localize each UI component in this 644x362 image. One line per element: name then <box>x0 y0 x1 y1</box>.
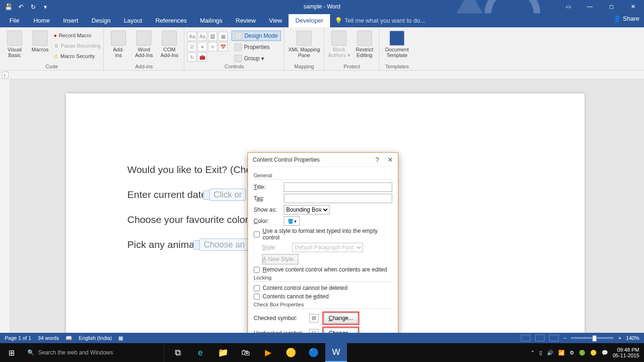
visual-basic-button[interactable]: Visual Basic <box>3 30 26 58</box>
control-gallery: Aa Aa 🖼 ▦ ☑ ▾ ≡ 📅 ↻ 🧰 <box>187 30 228 62</box>
design-mode-button[interactable]: Design Mode <box>231 31 281 41</box>
wifi-icon[interactable]: 📶 <box>558 350 565 356</box>
close-icon[interactable]: ✕ <box>622 0 644 13</box>
record-macro-button[interactable]: ●Record Macro <box>54 31 100 40</box>
clock[interactable]: 09:48 PM 05-11-2015 <box>613 347 639 358</box>
repeating-section-control-icon[interactable]: ↻ <box>187 52 197 62</box>
task-view-icon[interactable]: ⧉ <box>167 343 189 362</box>
properties-button[interactable]: Properties <box>231 42 281 52</box>
showas-select[interactable]: Bounding Box <box>284 205 330 214</box>
store-icon[interactable]: 🛍 <box>235 343 256 362</box>
maximize-icon[interactable]: ◻ <box>601 0 622 13</box>
dropdown-content-control[interactable]: Choose an <box>199 239 249 251</box>
lock-edit-checkbox[interactable] <box>254 294 260 300</box>
minimize-icon[interactable]: — <box>579 0 601 13</box>
tab-view[interactable]: View <box>262 14 289 27</box>
color-picker[interactable]: 🪣▾ <box>284 216 300 226</box>
spell-check-icon[interactable]: 📖 <box>66 335 72 341</box>
change-checked-button[interactable]: Change... <box>324 313 358 323</box>
page-indicator[interactable]: Page 1 of 1 <box>5 335 31 341</box>
chrome-icon[interactable]: 🔵 <box>303 343 324 362</box>
macro-record-icon[interactable]: ▦ <box>118 335 123 341</box>
picture-control-icon[interactable]: 🖼 <box>208 32 217 41</box>
word-addins-button[interactable]: Word Add-Ins <box>132 30 156 58</box>
tab-references[interactable]: References <box>149 14 193 27</box>
block-authors-button[interactable]: Block Authors ▾ <box>327 30 351 58</box>
document-template-button[interactable]: Document Template <box>382 30 412 58</box>
tab-layout[interactable]: Layout <box>117 14 149 27</box>
building-block-control-icon[interactable]: ▦ <box>218 32 228 41</box>
zoom-slider[interactable] <box>571 337 613 339</box>
file-explorer-icon[interactable]: 📁 <box>212 343 234 362</box>
tag-input[interactable] <box>284 194 392 203</box>
checkbox-control-icon[interactable]: ☑ <box>187 42 197 51</box>
addins-button[interactable]: Add- ins <box>107 30 130 58</box>
network-icon[interactable]: ▯ <box>539 350 542 356</box>
plain-text-control-icon[interactable]: Aa <box>198 32 207 41</box>
search-placeholder: Search the web and Windows <box>38 349 113 356</box>
change-unchecked-button[interactable]: Change... <box>324 328 358 333</box>
macro-security-button[interactable]: ⚠Macro Security <box>54 51 100 61</box>
start-button[interactable]: ⊞ <box>0 343 23 362</box>
group-button[interactable]: Group ▾ <box>231 53 281 64</box>
volume-icon[interactable]: 🔊 <box>547 350 553 356</box>
legacy-tools-icon[interactable]: 🧰 <box>198 52 207 62</box>
media-player-icon[interactable]: ▶ <box>257 343 279 362</box>
combobox-control-icon[interactable]: ▾ <box>198 42 207 51</box>
taskbar-search[interactable]: 🔍 Search the web and Windows <box>23 343 164 362</box>
dialog-titlebar[interactable]: Content Control Properties ? ✕ <box>248 153 398 167</box>
taskbar: ⊞ 🔍 Search the web and Windows ⧉ e 📁 🛍 ▶… <box>0 343 644 362</box>
tab-selector[interactable]: L <box>2 72 8 78</box>
tab-developer[interactable]: Developer <box>289 14 330 27</box>
tab-mailings[interactable]: Mailings <box>193 14 229 27</box>
help-icon[interactable]: ? <box>375 156 379 164</box>
tray-icon[interactable]: 🟡 <box>590 350 597 356</box>
ribbon: Visual Basic Macros ●Record Macro ⏸Pause… <box>0 27 644 71</box>
save-icon[interactable]: 💾 <box>3 1 14 12</box>
tab-review[interactable]: Review <box>229 14 263 27</box>
tray-icon[interactable]: 🟢 <box>579 350 586 356</box>
word-icon[interactable]: W <box>325 343 347 362</box>
zoom-in-icon[interactable]: + <box>618 335 621 341</box>
tab-file[interactable]: File <box>2 14 27 27</box>
notifications-icon[interactable]: 💬 <box>602 350 608 356</box>
dropdown-control-icon[interactable]: ≡ <box>208 42 217 51</box>
tray-overflow-icon[interactable]: ⌃ <box>530 350 535 356</box>
qat-customize-icon[interactable]: ▾ <box>40 1 51 12</box>
tab-insert[interactable]: Insert <box>57 14 85 27</box>
share-button[interactable]: 👤 Share <box>613 15 639 22</box>
tell-me-search[interactable]: 💡 Tell me what you want to do... <box>330 14 430 27</box>
close-icon[interactable]: ✕ <box>388 156 393 164</box>
chrome-icon[interactable]: 🟡 <box>280 343 302 362</box>
com-addins-button[interactable]: COM Add-Ins <box>157 30 181 58</box>
zoom-out-icon[interactable]: − <box>563 335 566 341</box>
title-input[interactable] <box>284 182 392 192</box>
horizontal-ruler[interactable]: L <box>0 71 644 79</box>
word-count[interactable]: 34 words <box>38 335 59 341</box>
tab-home[interactable]: Home <box>27 14 57 27</box>
ribbon-options-icon[interactable]: ▭ <box>557 0 579 13</box>
date-content-control[interactable]: Click or <box>209 189 246 201</box>
undo-icon[interactable]: ↶ <box>15 1 26 12</box>
tab-design[interactable]: Design <box>85 14 117 27</box>
edge-icon[interactable]: e <box>190 343 211 362</box>
use-style-checkbox[interactable] <box>254 231 260 238</box>
date-picker-control-icon[interactable]: 📅 <box>218 42 228 51</box>
zoom-level[interactable]: 140% <box>626 335 639 341</box>
restrict-editing-button[interactable]: Restrict Editing <box>353 30 376 58</box>
macros-button[interactable]: Macros <box>28 30 52 52</box>
print-layout-icon[interactable] <box>535 335 545 341</box>
lock-delete-checkbox[interactable] <box>254 285 260 291</box>
pause-recording-button[interactable]: ⏸Pause Recording <box>54 41 100 50</box>
remove-cc-checkbox[interactable] <box>254 267 260 273</box>
ribbon-tabs: File Home Insert Design Layout Reference… <box>0 13 644 27</box>
language-indicator[interactable]: English (India) <box>79 335 112 341</box>
rich-text-control-icon[interactable]: Aa <box>187 32 197 41</box>
xml-mapping-icon <box>297 31 312 46</box>
tray-icon[interactable]: ⚙ <box>570 350 574 356</box>
web-layout-icon[interactable] <box>549 335 559 341</box>
xml-mapping-button[interactable]: XML Mapping Pane <box>287 30 321 58</box>
read-mode-icon[interactable] <box>521 335 530 341</box>
vertical-ruler[interactable] <box>0 79 10 333</box>
redo-icon[interactable]: ↻ <box>27 1 39 12</box>
